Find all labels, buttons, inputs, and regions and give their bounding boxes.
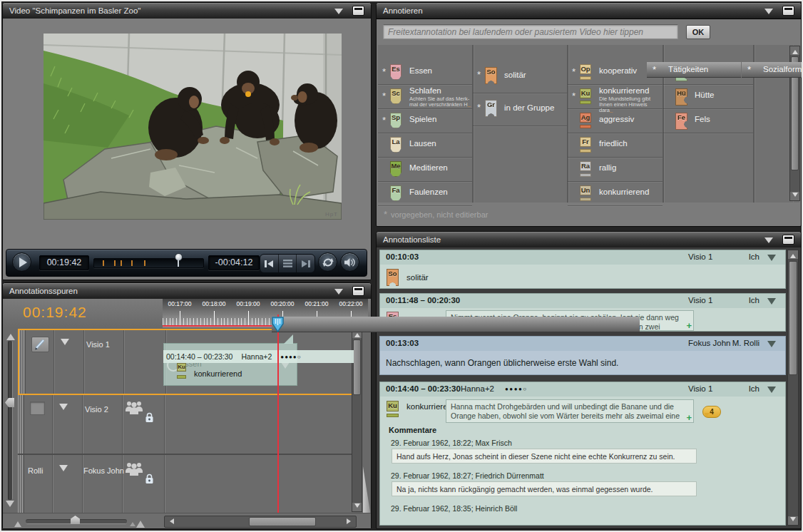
- ruler-labels: 00:17:0000:18:0000:19:0000:20:0000:21:00…: [163, 300, 368, 307]
- track-dropdown-icon[interactable]: [59, 465, 68, 476]
- panel-menu-icon[interactable]: [764, 237, 773, 247]
- timeline-horizontal-scrollbar[interactable]: [164, 516, 357, 528]
- expand-text-icon[interactable]: [686, 413, 692, 422]
- category-item-konkurrierend-2[interactable]: Unkonkurrierend: [568, 182, 663, 206]
- annotation-dropdown-icon[interactable]: [767, 341, 776, 352]
- video-panel-titlebar[interactable]: Video "Schimpanzen im Basler Zoo": [3, 3, 371, 19]
- annotation-dropdown-icon[interactable]: [767, 255, 776, 265]
- category-item-faulenzen[interactable]: FaFaulenzen: [378, 182, 472, 206]
- category-item-schlafen[interactable]: *ScSchlafenAchten Sie auf das Merk- mal …: [378, 85, 472, 109]
- category-item-rallig[interactable]: Rarallig: [568, 158, 663, 182]
- scrollbar-thumb[interactable]: [249, 517, 316, 526]
- annotation-text-box[interactable]: Hanna macht Drohgebärden und will unbedi…: [446, 399, 694, 423]
- scroll-right-icon[interactable]: [347, 518, 354, 524]
- category-item-lausen[interactable]: LaLausen: [378, 133, 472, 158]
- zoom-in-small-icon[interactable]: [130, 519, 135, 526]
- play-icon: [19, 257, 27, 267]
- comments-title: Kommentare: [389, 426, 436, 434]
- loop-button[interactable]: [318, 252, 337, 272]
- scrollbar-thumb[interactable]: [789, 261, 797, 375]
- category-item-aggressiv[interactable]: Agaggressiv: [568, 109, 663, 133]
- ok-button[interactable]: OK: [686, 25, 710, 39]
- zoom-out-icon[interactable]: [14, 518, 21, 527]
- scroll-up-button[interactable]: [788, 250, 798, 259]
- comment-box[interactable]: Hand aufs Herz, Jonas scheint in dieser …: [392, 449, 697, 464]
- category-item-in-der-gruppe[interactable]: *Grin der Gruppe: [473, 93, 567, 126]
- playhead-marker[interactable]: [272, 317, 640, 332]
- annotation-dropdown-icon[interactable]: [767, 298, 776, 309]
- tracks-panel: Annotationsspuren 00:19:42 00:17:0000:18…: [2, 282, 372, 529]
- tracks-panel-title: Annotationsspuren: [9, 287, 78, 295]
- annotation-category: So solitär: [387, 269, 429, 286]
- scrollbar-thumb[interactable]: [353, 339, 361, 395]
- comment-meta: 29. Februar 1962, 18:22; Max Frisch: [391, 439, 512, 447]
- seek-tick: [121, 260, 122, 266]
- track-visibility-checkbox[interactable]: [30, 401, 45, 415]
- track-dropdown-icon[interactable]: [59, 404, 68, 414]
- category-badge: Ra: [580, 161, 591, 171]
- category-item-spielen[interactable]: *SpSpielen: [378, 109, 472, 133]
- panel-minimize-icon[interactable]: [782, 6, 794, 16]
- annotation-badge-label: konkurrierend: [194, 369, 242, 378]
- zoom-in-icon[interactable]: [136, 516, 145, 528]
- expand-text-icon[interactable]: [686, 321, 692, 330]
- video-frame[interactable]: HpT: [44, 34, 342, 220]
- panel-minimize-icon[interactable]: [352, 6, 364, 16]
- panel-expander-handle[interactable]: [362, 466, 371, 513]
- scroll-left-icon[interactable]: [167, 518, 174, 524]
- tracks-panel-titlebar[interactable]: Annotationsspuren: [3, 283, 371, 300]
- volume-button[interactable]: [340, 252, 359, 272]
- freetext-annotation-input[interactable]: [383, 24, 678, 39]
- annotation-track: Fokus John: [688, 339, 730, 347]
- prev-annotation-button[interactable]: [260, 255, 279, 272]
- annotation-dropdown-icon[interactable]: [767, 387, 776, 397]
- annotation-list-button[interactable]: [279, 255, 297, 272]
- panel-menu-icon[interactable]: [764, 9, 773, 19]
- comment-box[interactable]: Na ja, nichts kann rückgängig gemacht we…: [392, 481, 697, 496]
- category-item-huette[interactable]: HüHütte: [663, 85, 753, 109]
- panel-minimize-icon[interactable]: [352, 286, 364, 296]
- category-item-fels[interactable]: FeFels: [663, 109, 753, 133]
- zoom-slider-handle[interactable]: [71, 516, 80, 524]
- next-annotation-button[interactable]: [297, 255, 314, 272]
- scroll-down-button[interactable]: [352, 503, 362, 511]
- video-body: HpT 00:19:42 -00:04:12: [3, 19, 371, 280]
- category-item-konkurrierend[interactable]: *KukonkurrierendDie Mundstellung gibt Ih…: [568, 85, 663, 109]
- annotation-text: Nachschlagen, wann Orangen üblicherweise…: [386, 358, 618, 368]
- panel-minimize-icon[interactable]: [782, 235, 794, 245]
- annotation-time: 00:13:03: [386, 339, 419, 347]
- seek-marker[interactable]: [175, 253, 183, 261]
- annotation-nav-buttons: [260, 254, 315, 273]
- video-panel: Video "Schimpanzen im Basler Zoo": [2, 2, 372, 280]
- panel-menu-icon[interactable]: [334, 289, 343, 299]
- comment-count-badge[interactable]: 4: [702, 406, 721, 418]
- category-column-sozialform: *Sozialform *Sosolitär *Grin der Gruppe: [473, 45, 568, 203]
- category-item-friedlich[interactable]: Frfriedlich: [568, 133, 663, 158]
- slider-handle[interactable]: [5, 398, 14, 407]
- timeline-annotation-band[interactable]: 00:14:40 – 00:23:30 Hanna+2 ●●●●○: [163, 350, 354, 363]
- scroll-up-button[interactable]: [790, 46, 799, 55]
- annotation-item[interactable]: 00:10:03 Visio 1 Ich So solitär: [379, 250, 786, 289]
- scroll-down-button[interactable]: [790, 192, 799, 200]
- annotation-item-comment[interactable]: 00:13:03 Fokus John M. Rolli Nachschlage…: [379, 336, 786, 375]
- slider-up-icon[interactable]: [6, 329, 15, 340]
- scroll-down-button[interactable]: [788, 516, 798, 525]
- list-panel-titlebar[interactable]: Annotationsliste: [377, 232, 801, 248]
- track-row-visio2[interactable]: Visio 2: [18, 395, 354, 455]
- seek-bar[interactable]: [93, 258, 204, 268]
- track-height-slider[interactable]: [4, 329, 16, 511]
- slider-down-icon[interactable]: [6, 501, 14, 511]
- edit-track-button[interactable]: [31, 337, 49, 352]
- panel-menu-icon[interactable]: [334, 9, 343, 19]
- comment-meta: 29. Februar 1962, 18:27; Friedrich Dürre…: [391, 471, 544, 480]
- category-item-meditieren[interactable]: MeMeditieren: [378, 158, 472, 182]
- category-item-essen[interactable]: *EsEssen: [378, 61, 472, 85]
- category-item-solitaer[interactable]: *Sosolitär: [473, 61, 567, 93]
- track-row-fokus-john[interactable]: Rolli Fokus John: [18, 455, 354, 513]
- annotation-item-selected[interactable]: 00:14:40 – 00:23:30 Hanna+2 ●●●●○ Visio …: [379, 382, 786, 526]
- palette-footnote: *vorgegeben, nicht editierbar: [384, 209, 488, 220]
- list-scrollbar[interactable]: [787, 250, 799, 526]
- play-button[interactable]: [12, 252, 31, 272]
- annotate-panel-titlebar[interactable]: Annotieren: [377, 3, 801, 19]
- track-dropdown-icon[interactable]: [61, 339, 69, 349]
